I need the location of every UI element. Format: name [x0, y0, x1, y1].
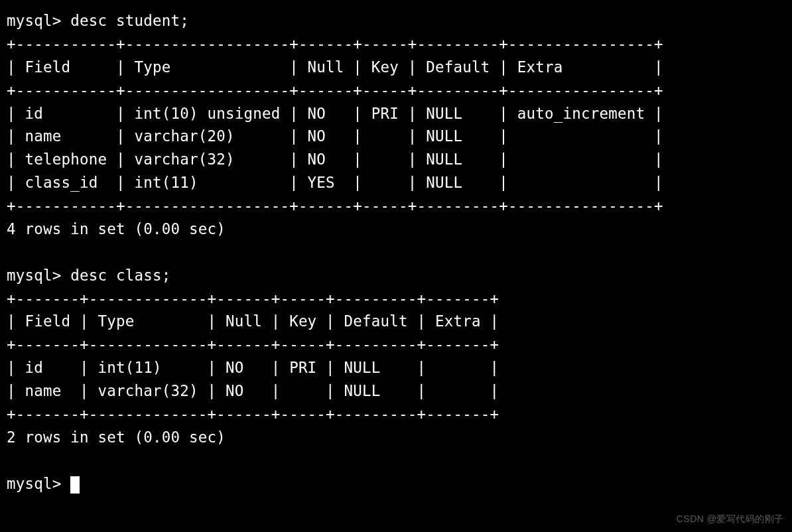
table2-footer: 2 rows in set (0.00 sec) [7, 429, 226, 446]
prompt: mysql> [7, 475, 61, 492]
prompt: mysql> [7, 12, 61, 29]
command-2: desc class; [70, 267, 170, 284]
command-1: desc student; [70, 12, 189, 29]
table1-header: | Field | Type | Null | Key | Default | … [7, 58, 663, 76]
table2-border-top: +-------+-------------+------+-----+----… [7, 290, 499, 307]
table1-border-top: +-----------+------------------+------+-… [7, 35, 663, 52]
table1-border-mid: +-----------+------------------+------+-… [7, 82, 663, 99]
watermark: CSDN @爱写代码的刚子 [677, 513, 784, 525]
terminal-output: mysql> desc student; +-----------+------… [0, 0, 792, 501]
table2-header: | Field | Type | Null | Key | Default | … [7, 312, 499, 330]
table1-footer: 4 rows in set (0.00 sec) [7, 220, 226, 237]
table2-border-mid: +-------+-------------+------+-----+----… [7, 336, 499, 353]
cursor[interactable] [70, 476, 80, 494]
table2-rows: | id | int(11) | NO | PRI | NULL | | | n… [7, 359, 499, 399]
prompt: mysql> [7, 267, 61, 284]
table1-rows: | id | int(10) unsigned | NO | PRI | NUL… [7, 105, 663, 192]
table1-border-bot: +-----------+------------------+------+-… [7, 197, 663, 214]
table2-border-bot: +-------+-------------+------+-----+----… [7, 405, 499, 423]
